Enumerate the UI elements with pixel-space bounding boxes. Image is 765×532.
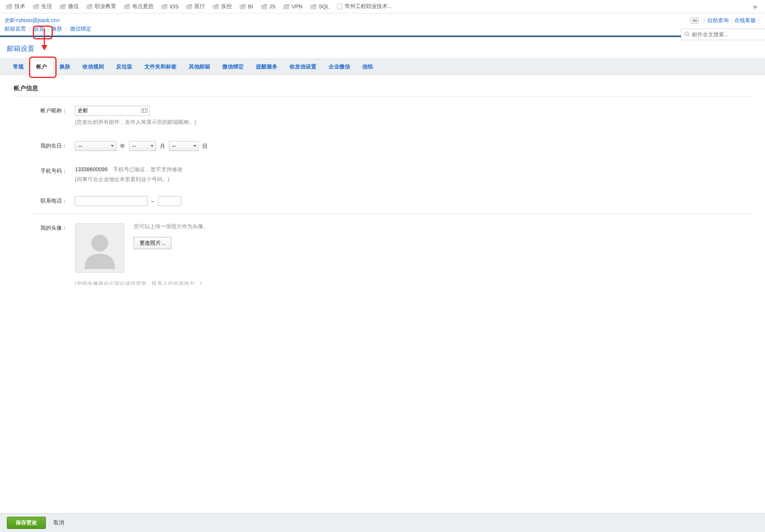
bookmark-folder[interactable]: iOS: [158, 2, 182, 11]
contact-area-input[interactable]: [75, 196, 147, 206]
bookmark-overflow-button[interactable]: »: [749, 3, 762, 11]
bookmark-folder[interactable]: BI: [237, 2, 256, 11]
bookmark-label: 技术: [15, 3, 25, 10]
bookmark-label: 疾控: [221, 3, 232, 10]
tab-enterprise-wechat[interactable]: 企业微信: [323, 59, 356, 75]
folder-icon: [310, 4, 316, 9]
tab-antispam[interactable]: 反垃圾: [110, 59, 138, 75]
folder-icon: [161, 4, 167, 9]
birthday-month-select[interactable]: --: [129, 141, 156, 151]
avatar-section: 我的头像： 您可以上传一张照片作为头像。 更改照片... (您的头像将会出现在读…: [0, 223, 765, 285]
nav-settings[interactable]: 设置: [34, 26, 44, 32]
nickname-label: 帐户昵称：: [14, 106, 75, 126]
bookmark-label: 常州工程职业技术...: [345, 3, 392, 10]
avatar-placeholder: [75, 223, 125, 273]
folder-icon: [261, 4, 267, 9]
bookmark-folder[interactable]: 有点意思: [121, 2, 157, 11]
online-support-link[interactable]: 在线客服: [734, 17, 756, 24]
bookmark-label: SQL: [319, 3, 329, 10]
nickname-input[interactable]: [75, 106, 150, 116]
birthday-year-select[interactable]: --: [75, 141, 116, 151]
section-title: 帐户信息: [14, 84, 751, 92]
bookmark-label: 职业教育: [95, 3, 116, 10]
tab-folders-tags[interactable]: 文件夹和标签: [138, 59, 183, 75]
account-info-section: 帐户信息 帐户昵称： (您发出的所有邮件，发件人将显示您的邮箱昵称。) 我的生日…: [0, 75, 765, 206]
bookmark-folder[interactable]: VPN: [280, 2, 306, 11]
contact-phone-row: 联系电话： –: [14, 196, 751, 206]
tab-skin[interactable]: 换肤: [53, 59, 76, 75]
mobile-status: 手机号已验证，暂不支持修改: [113, 166, 183, 172]
search-input[interactable]: [692, 31, 762, 37]
avatar-label: 我的头像：: [14, 223, 75, 273]
bookmark-folder[interactable]: 微信: [57, 2, 82, 11]
mobile-hint: (同事可在企业地址本里看到这个号码。): [75, 176, 751, 183]
app-header: 史昕<shixin@jsask.cn> 邮箱首页 | 设置 | 换肤 | 微信绑…: [0, 13, 765, 37]
folder-icon: [6, 4, 12, 9]
tab-account[interactable]: 帐户: [30, 59, 53, 75]
bookmark-label: 有点意思: [132, 3, 154, 10]
avatar-hint: 您可以上传一张照片作为头像。: [134, 223, 209, 230]
contact-number-input[interactable]: [158, 196, 181, 206]
settings-tabs: 常规 帐户 换肤 收信规则 反垃圾 文件夹和标签 其他邮箱 微信绑定 提醒服务 …: [0, 58, 765, 75]
bookmark-page[interactable]: 常州工程职业技术...: [334, 2, 395, 11]
tab-general[interactable]: 常规: [7, 59, 30, 75]
folder-icon: [213, 4, 219, 9]
self-service-link[interactable]: 自助查询: [707, 17, 729, 24]
bookmark-folder[interactable]: JS: [258, 2, 279, 11]
svg-point-0: [685, 32, 689, 35]
birthday-day-select[interactable]: --: [169, 141, 199, 151]
folder-icon: [60, 4, 66, 9]
contact-sep: –: [151, 198, 154, 204]
year-suffix: 年: [120, 143, 125, 149]
month-suffix: 月: [160, 143, 165, 149]
bookmark-folder[interactable]: SQL: [307, 2, 332, 11]
user-email-display: 史昕<shixin@jsask.cn>: [5, 17, 760, 24]
keyboard-icon[interactable]: ⌨: [690, 18, 699, 24]
avatar-row: 我的头像： 您可以上传一张照片作为头像。 更改照片...: [14, 223, 751, 273]
bookmark-label: 生活: [41, 3, 52, 10]
avatar-bottom-hint: (您的头像将会出现在读信页面，联系人信息等地方。): [75, 281, 751, 285]
mobile-value: 13338600099: [75, 166, 108, 172]
search-icon: [684, 31, 690, 38]
header-nav: 邮箱首页 | 设置 | 换肤 | 微信绑定: [5, 26, 760, 32]
bookmark-label: VPN: [292, 3, 303, 10]
folder-icon: [86, 4, 92, 9]
tab-stationery[interactable]: 信纸: [356, 59, 379, 75]
content-area: 邮箱设置 常规 帐户 换肤 收信规则 反垃圾 文件夹和标签 其他邮箱 微信绑定 …: [0, 37, 765, 308]
nickname-row: 帐户昵称： (您发出的所有邮件，发件人将显示您的邮箱昵称。): [14, 106, 751, 126]
tab-wechat-bind[interactable]: 微信绑定: [216, 59, 250, 75]
tab-send-receive[interactable]: 收发信设置: [284, 59, 323, 75]
nav-skin[interactable]: 换肤: [52, 26, 62, 32]
contact-card-icon[interactable]: [141, 108, 147, 114]
folder-icon: [240, 4, 246, 9]
nav-wechat[interactable]: 微信绑定: [70, 26, 91, 32]
nav-home[interactable]: 邮箱首页: [5, 26, 26, 32]
change-photo-button[interactable]: 更改照片...: [134, 237, 171, 249]
contact-label: 联系电话：: [14, 196, 75, 206]
bookmark-folder[interactable]: 技术: [3, 2, 28, 11]
birthday-row: 我的生日： -- 年 -- 月 -- 日: [14, 141, 751, 151]
bookmark-label: 微信: [68, 3, 79, 10]
browser-bookmark-bar: 技术 生活 微信 职业教育 有点意思 iOS 医疗 疾控 BI JS VPN S…: [0, 0, 765, 13]
nickname-hint: (您发出的所有邮件，发件人将显示您的邮箱昵称。): [75, 119, 751, 126]
search-box[interactable]: [681, 29, 765, 40]
page-title: 邮箱设置: [0, 44, 765, 53]
tab-receive-rules[interactable]: 收信规则: [76, 59, 110, 75]
tab-reminder[interactable]: 提醒服务: [250, 59, 284, 75]
tab-other-mailbox[interactable]: 其他邮箱: [183, 59, 216, 75]
bookmark-label: BI: [248, 3, 253, 10]
header-right: ⌨ | 自助查询 | 在线客服 |: [690, 17, 762, 24]
svg-point-9: [91, 235, 108, 251]
bookmark-folder[interactable]: 职业教育: [83, 2, 119, 11]
mobile-row: 手机号码： 13338600099 手机号已验证，暂不支持修改 (同事可在企业地…: [14, 166, 751, 183]
bookmark-folder[interactable]: 医疗: [183, 2, 208, 11]
bookmark-folder[interactable]: 疾控: [210, 2, 235, 11]
bookmark-label: iOS: [170, 3, 178, 10]
divider: [14, 96, 751, 97]
page-icon: [337, 3, 342, 10]
birthday-label: 我的生日：: [14, 141, 75, 151]
bookmark-folder[interactable]: 生活: [30, 2, 55, 11]
folder-icon: [33, 4, 39, 9]
day-suffix: 日: [202, 143, 207, 149]
bookmark-label: 医疗: [194, 3, 205, 10]
